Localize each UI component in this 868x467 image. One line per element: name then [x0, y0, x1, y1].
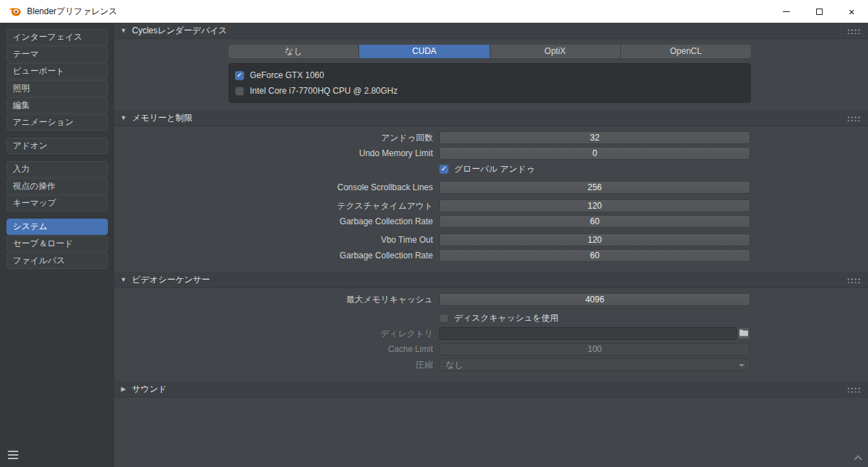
console-scrollback-label: Console Scrollback Lines — [114, 182, 439, 192]
check-icon: ✓ — [236, 72, 242, 79]
texture-timeout-row: テクスチャタイムアウト 120 — [114, 199, 868, 212]
sidebar-item-input[interactable]: 入力 — [6, 161, 108, 177]
sidebar-item-editing[interactable]: 編集 — [6, 97, 108, 114]
memory-cache-field[interactable]: 4096 — [439, 293, 750, 306]
checkbox-unchecked-icon — [439, 314, 449, 323]
blender-logo-icon — [9, 6, 21, 16]
checkbox-unchecked-icon — [235, 87, 244, 96]
sidebar-item-interface[interactable]: インターフェイス — [6, 29, 108, 45]
texture-timeout-field[interactable]: 120 — [439, 199, 750, 212]
chevron-down-icon — [739, 364, 745, 367]
minimize-button[interactable] — [770, 0, 803, 23]
memory-cache-row: 最大メモリキャッシュ 4096 — [114, 293, 868, 306]
checkbox-checked-icon: ✓ — [235, 71, 244, 80]
tab-none[interactable]: なし — [229, 45, 359, 58]
tab-optix[interactable]: OptiX — [490, 45, 621, 58]
section-title-memory: メモリーと制限 — [132, 112, 192, 124]
grip-dots-icon[interactable] — [847, 28, 862, 34]
section-body-sequencer: 最大メモリキャッシュ 4096 ディスクキャッシュを使用 ディレクトリ — [114, 288, 868, 381]
sidebar-group-3: 入力 視点の操作 キーマップ — [0, 161, 114, 211]
console-scrollback-row: Console Scrollback Lines 256 — [114, 181, 868, 194]
cache-limit-label: Cache Limit — [114, 344, 439, 354]
global-undo-row: ✓ グローバル アンドゥ — [114, 163, 868, 175]
close-button[interactable]: × — [835, 0, 868, 23]
directory-label: ディレクトリ — [114, 328, 439, 340]
browse-directory-button — [737, 327, 750, 340]
compression-dropdown: なし — [439, 358, 750, 371]
disk-cache-checkbox[interactable]: ディスクキャッシュを使用 — [439, 312, 559, 324]
tab-opencl[interactable]: OpenCL — [621, 45, 751, 58]
folder-icon — [740, 329, 748, 339]
grip-dots-icon[interactable] — [847, 278, 862, 283]
compression-label: 圧縮 — [114, 359, 439, 371]
sidebar-item-keymap[interactable]: キーマップ — [6, 195, 108, 211]
collapse-triangle-icon: ▼ — [120, 276, 127, 283]
section-title-sound: サウンド — [132, 383, 167, 395]
vbo-gc-rate-label: Garbage Collection Rate — [114, 251, 439, 260]
tab-cuda[interactable]: CUDA — [359, 45, 490, 58]
cuda-device-list: ✓ GeForce GTX 1060 Intel Core i7-7700HQ … — [229, 63, 751, 103]
check-icon: ✓ — [441, 165, 446, 172]
preferences-content: ▼ Cyclesレンダーデバイス なし CUDA OptiX OpenCL ✓ — [114, 23, 868, 467]
sidebar-item-file-paths[interactable]: ファイルパス — [6, 253, 108, 269]
texture-gc-rate-label: Garbage Collection Rate — [114, 216, 439, 226]
texture-gc-rate-field[interactable]: 60 — [439, 215, 750, 228]
section-body-cycles: なし CUDA OptiX OpenCL ✓ GeForce GTX 1060 … — [114, 39, 868, 110]
maximize-icon — [816, 9, 823, 15]
minimize-icon — [783, 11, 790, 12]
device-name: GeForce GTX 1060 — [250, 70, 324, 80]
vbo-timeout-row: Vbo Time Out 120 — [114, 234, 868, 246]
sidebar-item-lights[interactable]: 照明 — [6, 80, 108, 97]
memory-cache-label: 最大メモリキャッシュ — [114, 294, 439, 306]
device-type-tabs: なし CUDA OptiX OpenCL — [229, 45, 751, 58]
disk-cache-row: ディスクキャッシュを使用 — [114, 312, 868, 324]
global-undo-checkbox[interactable]: ✓ グローバル アンドゥ — [439, 163, 535, 175]
sidebar: インターフェイス テーマ ビューポート 照明 編集 アニメーション アドオン 入… — [0, 23, 114, 467]
cache-limit-row: Cache Limit 100 — [114, 343, 868, 356]
disk-cache-label: ディスクキャッシュを使用 — [454, 312, 559, 324]
app-body: インターフェイス テーマ ビューポート 照明 編集 アニメーション アドオン 入… — [0, 23, 868, 467]
device-row-gpu[interactable]: ✓ GeForce GTX 1060 — [235, 67, 745, 83]
sidebar-item-addons[interactable]: アドオン — [6, 138, 108, 154]
window-controls: × — [770, 0, 868, 23]
section-header-sound[interactable]: ▶ サウンド — [114, 381, 868, 397]
vbo-timeout-field[interactable]: 120 — [439, 234, 750, 246]
scroll-up-indicator-icon — [854, 455, 862, 463]
section-header-cycles[interactable]: ▼ Cyclesレンダーデバイス — [114, 23, 868, 39]
sidebar-item-navigation[interactable]: 視点の操作 — [6, 178, 108, 194]
undo-steps-row: アンドゥ回数 32 — [114, 131, 868, 144]
sidebar-item-viewport[interactable]: ビューポート — [6, 63, 108, 79]
editor-menu-button[interactable] — [8, 451, 21, 461]
grip-dots-icon[interactable] — [847, 116, 862, 121]
blender-preferences-window: Blenderプリファレンス × インターフェイス テーマ ビューポート 照明 … — [0, 0, 868, 467]
texture-gc-rate-row: Garbage Collection Rate 60 — [114, 215, 868, 228]
section-header-sequencer[interactable]: ▼ ビデオシーケンサー — [114, 272, 868, 288]
close-icon: × — [849, 6, 855, 17]
grip-dots-icon[interactable] — [847, 387, 862, 392]
maximize-button[interactable] — [803, 0, 835, 23]
vbo-gc-rate-row: Garbage Collection Rate 60 — [114, 249, 868, 262]
collapse-triangle-icon: ▼ — [120, 114, 127, 121]
vbo-timeout-label: Vbo Time Out — [114, 235, 439, 245]
sidebar-item-animation[interactable]: アニメーション — [6, 114, 108, 131]
texture-timeout-label: テクスチャタイムアウト — [114, 200, 439, 212]
vbo-gc-rate-field[interactable]: 60 — [439, 249, 750, 262]
sidebar-item-system[interactable]: システム — [6, 219, 108, 235]
undo-memory-limit-field[interactable]: 0 — [439, 147, 750, 160]
section-header-memory[interactable]: ▼ メモリーと制限 — [114, 110, 868, 126]
console-scrollback-field[interactable]: 256 — [439, 181, 750, 194]
directory-input — [439, 327, 737, 340]
undo-steps-field[interactable]: 32 — [439, 131, 750, 144]
device-name: Intel Core i7-7700HQ CPU @ 2.80GHz — [250, 86, 397, 96]
device-row-cpu[interactable]: Intel Core i7-7700HQ CPU @ 2.80GHz — [235, 83, 745, 99]
sidebar-item-themes[interactable]: テーマ — [6, 46, 108, 62]
undo-memory-limit-label: Undo Memory Limit — [114, 148, 439, 158]
global-undo-label: グローバル アンドゥ — [454, 163, 535, 175]
sidebar-group-2: アドオン — [0, 138, 114, 154]
section-title-cycles: Cyclesレンダーデバイス — [132, 25, 227, 37]
compression-value: なし — [446, 359, 463, 371]
section-body-memory: アンドゥ回数 32 Undo Memory Limit 0 ✓ グローバル アン… — [114, 126, 868, 272]
sidebar-item-save-load[interactable]: セーブ＆ロード — [6, 236, 108, 252]
collapse-triangle-icon: ▶ — [120, 385, 127, 392]
undo-steps-label: アンドゥ回数 — [114, 132, 439, 144]
